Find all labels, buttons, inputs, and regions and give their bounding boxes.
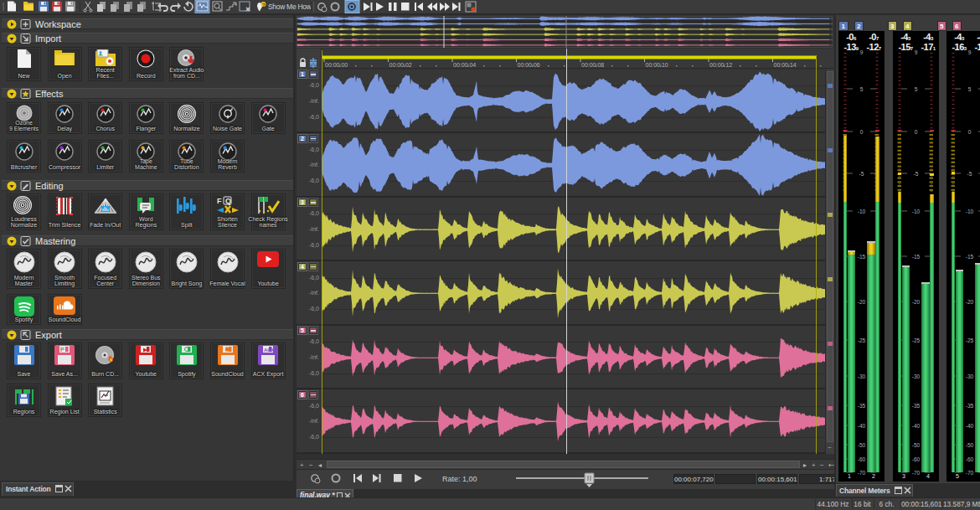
svg-text:5: 5 (968, 86, 972, 92)
svg-text:-30: -30 (912, 373, 921, 379)
svg-text:-30: -30 (966, 373, 974, 379)
svg-text:00:00:02: 00:00:02 (389, 62, 412, 68)
svg-text:-10: -10 (858, 209, 866, 214)
svg-text:-15: -15 (966, 254, 974, 260)
svg-text:-5: -5 (914, 171, 919, 177)
svg-text:F: F (217, 197, 222, 205)
svg-text:-5: -5 (967, 171, 972, 177)
svg-text:-40: -40 (858, 423, 866, 429)
svg-text:9: 9 (915, 49, 918, 55)
svg-text:+: + (300, 461, 304, 469)
svg-text:-50: -50 (858, 442, 866, 448)
svg-text:0: 0 (968, 129, 972, 135)
svg-text:-50: -50 (966, 442, 974, 448)
svg-text:-5: -5 (859, 171, 864, 177)
svg-text:-35: -35 (966, 403, 974, 409)
svg-text:◂: ◂ (318, 461, 322, 469)
svg-text:−: − (309, 461, 313, 469)
svg-text:-40: -40 (912, 423, 921, 429)
svg-text:5: 5 (860, 86, 864, 92)
svg-text:-60: -60 (858, 456, 866, 462)
svg-text:9: 9 (860, 49, 864, 55)
svg-text:5: 5 (915, 86, 918, 92)
svg-text:00:00:06: 00:00:06 (518, 62, 540, 68)
svg-text:-15: -15 (912, 254, 921, 260)
svg-text:0: 0 (915, 129, 918, 135)
svg-text:-40: -40 (966, 423, 974, 429)
svg-text:00:00:04: 00:00:04 (453, 62, 476, 68)
svg-text:P: P (60, 347, 64, 353)
svg-text:0: 0 (860, 129, 864, 135)
svg-text:▸: ▸ (803, 461, 807, 469)
svg-text:00:00:12: 00:00:12 (709, 62, 732, 68)
svg-text:−: − (820, 461, 824, 469)
svg-text:-20: -20 (912, 299, 921, 305)
svg-text:Rate: 1,00: Rate: 1,00 (442, 475, 477, 483)
svg-text:-15: -15 (858, 254, 866, 260)
svg-text:+: + (812, 461, 816, 469)
svg-text:-60: -60 (912, 456, 921, 462)
svg-text:-35: -35 (912, 403, 921, 409)
svg-text:-35: -35 (858, 403, 866, 409)
svg-text:-60: -60 (966, 456, 974, 462)
svg-text:-20: -20 (966, 299, 974, 305)
svg-text:-50: -50 (912, 442, 921, 448)
svg-text:-25: -25 (858, 337, 866, 343)
svg-text:-20: -20 (858, 299, 866, 305)
svg-text:-10: -10 (912, 209, 921, 214)
svg-text:00:00:14: 00:00:14 (774, 62, 797, 68)
svg-text:-30: -30 (858, 373, 866, 379)
svg-text:00:00:00: 00:00:00 (325, 62, 348, 68)
svg-text:00:00:08: 00:00:08 (581, 62, 604, 68)
svg-text:ACX: ACX (264, 348, 275, 353)
svg-text:Show Me How: Show Me How (268, 3, 312, 11)
svg-text:-25: -25 (912, 337, 921, 343)
svg-text:-10: -10 (966, 209, 974, 214)
svg-text:-25: -25 (966, 337, 974, 343)
svg-text:?: ? (262, 3, 266, 8)
svg-text:00:00:10: 00:00:10 (646, 62, 668, 68)
svg-text:9: 9 (968, 49, 972, 55)
svg-text:Q: Q (225, 197, 231, 205)
